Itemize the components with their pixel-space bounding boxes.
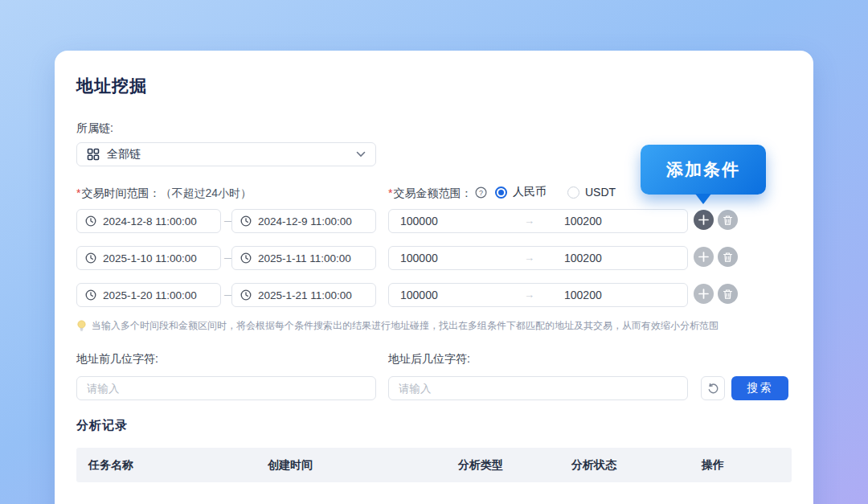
address-prefix-input[interactable]	[76, 376, 376, 400]
add-condition-button[interactable]	[694, 210, 714, 230]
clock-icon	[240, 252, 252, 264]
add-condition-button[interactable]	[694, 247, 714, 267]
address-prefix-label: 地址前几位字符:	[76, 352, 158, 367]
start-time-input[interactable]: 2025-1-10 11:00:00	[76, 246, 221, 270]
chain-select-value: 全部链	[107, 147, 356, 162]
column-header-analysis-status: 分析状态	[571, 448, 616, 482]
plus-icon	[698, 215, 709, 225]
radio-rmb[interactable]: 人民币	[495, 185, 547, 199]
lightbulb-icon	[76, 320, 87, 332]
chevron-down-icon	[356, 151, 366, 158]
search-button[interactable]: 搜索	[731, 376, 788, 400]
amount-range-input[interactable]: 100000 → 100200	[388, 209, 688, 233]
clock-icon	[85, 252, 96, 264]
clock-icon	[240, 215, 252, 227]
trash-icon	[723, 215, 733, 226]
currency-radio-group: 人民币 USDT	[495, 185, 616, 199]
end-time-input[interactable]: 2024-12-9 11:00:00	[231, 209, 376, 233]
amount-range-label: *交易金额范围：?	[388, 186, 487, 201]
address-suffix-input[interactable]	[388, 376, 688, 400]
address-suffix-label: 地址后几位字符:	[388, 352, 470, 367]
end-time-input[interactable]: 2025-1-21 11:00:00	[231, 283, 376, 307]
required-asterisk: *	[388, 186, 392, 199]
page-title: 地址挖掘	[76, 75, 147, 97]
time-range-hint: （不超过24小时）	[160, 186, 252, 199]
page-background: 地址挖掘 所属链: 全部链 *交易时间范围：（不超过24小时） *交易金额范围：…	[0, 0, 868, 504]
arrow-right-icon: →	[524, 284, 534, 306]
svg-text:?: ?	[479, 189, 483, 197]
arrow-right-icon: →	[524, 247, 534, 269]
hint-row: 当输入多个时间段和金额区间时，将会根据每个条件搜索出的结果进行地址碰撞，找出在多…	[76, 319, 784, 333]
plus-icon	[698, 289, 709, 299]
required-asterisk: *	[76, 186, 80, 199]
trash-icon	[723, 289, 733, 300]
start-time-input[interactable]: 2024-12-8 11:00:00	[76, 209, 221, 233]
plus-icon	[698, 252, 709, 262]
address-mining-panel: 地址挖掘 所属链: 全部链 *交易时间范围：（不超过24小时） *交易金额范围：…	[55, 51, 813, 504]
delete-condition-button[interactable]	[718, 284, 738, 304]
reset-button[interactable]	[701, 376, 725, 400]
radio-usdt[interactable]: USDT	[567, 186, 616, 199]
clock-icon	[85, 289, 96, 301]
delete-condition-button[interactable]	[718, 247, 738, 267]
end-time-input[interactable]: 2025-1-11 11:00:00	[231, 246, 376, 270]
clock-icon	[85, 215, 96, 227]
reset-icon	[707, 383, 719, 395]
radio-unselected-icon	[567, 186, 579, 199]
clock-icon	[240, 289, 252, 301]
delete-condition-button[interactable]	[718, 210, 738, 230]
add-condition-button[interactable]	[694, 284, 714, 304]
hint-text: 当输入多个时间段和金额区间时，将会根据每个条件搜索出的结果进行地址碰撞，找出在多…	[92, 319, 719, 333]
help-icon[interactable]: ?	[475, 186, 487, 199]
chain-label: 所属链:	[76, 121, 113, 136]
trash-icon	[723, 252, 733, 263]
chain-select[interactable]: 全部链	[76, 142, 376, 166]
column-header-analysis-type: 分析类型	[458, 448, 503, 482]
arrow-right-icon: →	[524, 210, 534, 232]
amount-range-input[interactable]: 100000 → 100200	[388, 246, 688, 270]
column-header-actions: 操作	[702, 448, 724, 482]
radio-selected-icon	[495, 186, 507, 199]
records-table-header: 任务名称 创建时间 分析类型 分析状态 操作	[76, 448, 792, 482]
start-time-input[interactable]: 2025-1-20 11:00:00	[76, 283, 221, 307]
column-header-created-time: 创建时间	[268, 448, 313, 482]
add-condition-label: 添加条件	[666, 158, 740, 181]
tooltip-arrow	[695, 194, 711, 204]
amount-range-input[interactable]: 100000 → 100200	[388, 283, 688, 307]
records-section-title: 分析记录	[76, 418, 128, 433]
time-range-label: *交易时间范围：（不超过24小时）	[76, 186, 252, 201]
column-header-task-name: 任务名称	[88, 448, 133, 482]
grid-icon	[87, 148, 100, 161]
add-condition-tooltip[interactable]: 添加条件	[641, 145, 766, 195]
